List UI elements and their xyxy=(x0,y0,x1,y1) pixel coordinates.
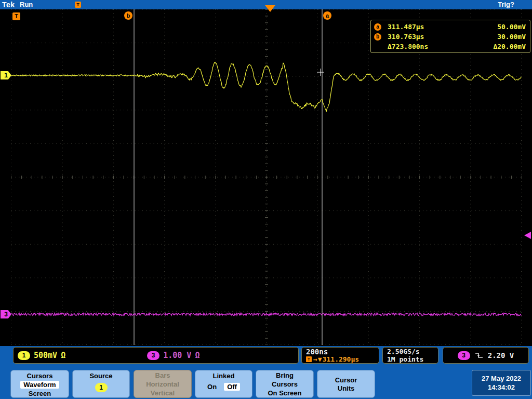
cursor-delta-volt: Δ20.00mV xyxy=(461,43,526,50)
menu-cursor-units-button[interactable]: Cursor Units xyxy=(317,370,375,398)
cursor-delta-time: Δ723.800ns xyxy=(388,43,461,50)
graticule-area: T 1 3 b a a 311.487µs 50.00mV b 310.763µ… xyxy=(0,9,532,346)
bring-line2: Cursors xyxy=(272,380,298,388)
trigger-status: Trig? xyxy=(498,0,514,9)
channel-3-position-marker[interactable]: 3 xyxy=(1,310,11,318)
cursor-readout-box: a 311.487µs 50.00mV b 310.763µs 30.00mV … xyxy=(370,20,530,53)
cursors-option-waveform[interactable]: Waveform xyxy=(20,381,59,389)
cursor-a-time: 311.487µs xyxy=(388,23,461,31)
linked-on-option[interactable]: On xyxy=(207,383,217,391)
linked-off-option[interactable]: Off xyxy=(224,383,240,391)
bars-line2: Horizontal xyxy=(146,380,179,388)
ch3-badge[interactable]: 3 xyxy=(147,351,159,360)
tek-logo: Tek xyxy=(2,0,15,9)
cursor-a-icon: a xyxy=(374,23,381,31)
units-line2: Units xyxy=(338,384,355,392)
cursor-a-volt: 50.00mV xyxy=(461,23,526,31)
cursor-b-readout: b 310.763µs 30.00mV xyxy=(374,32,526,42)
linked-title: Linked xyxy=(213,372,235,380)
oscilloscope-screen: Tek Run T Trig? T 1 3 b a a 311.487µs 50… xyxy=(0,0,532,399)
trigger-source-badge: 3 xyxy=(458,351,470,360)
sample-rate: 2.50GS/s xyxy=(387,348,434,355)
source-channel-badge: 1 xyxy=(95,383,108,392)
bars-line3: Vertical xyxy=(151,389,175,397)
datetime-display: 27 May 2022 14:34:02 xyxy=(472,370,531,396)
cursor-b-volt: 30.00mV xyxy=(461,33,526,41)
waveform-display xyxy=(11,9,522,345)
ch3-scale-group: 3 1.00 V Ω xyxy=(147,351,200,360)
menu-source-button[interactable]: Source 1 xyxy=(72,370,130,398)
trigger-level-value: 2.20 V xyxy=(488,351,514,360)
cursor-a-handle[interactable]: a xyxy=(323,11,331,20)
ch3-scale: 1.00 V xyxy=(163,351,191,360)
bars-line1: Bars xyxy=(155,371,170,379)
channel-scale-readout: 1 500mV Ω 3 1.00 V Ω xyxy=(13,347,299,364)
date-text: 27 May 2022 xyxy=(482,375,521,382)
status-strip: 1 500mV Ω 3 1.00 V Ω 200ns T → ▼ 311.290… xyxy=(0,346,532,370)
time-text: 14:34:02 xyxy=(488,383,515,391)
menu-cursors-mode-button[interactable]: Cursors Waveform Screen xyxy=(10,370,69,398)
timebase-scale: 200ns xyxy=(306,348,375,356)
top-bar: Tek Run T Trig? xyxy=(0,0,532,9)
cursor-b-icon: b xyxy=(374,33,381,41)
menu-linked-button[interactable]: Linked On Off xyxy=(195,370,252,398)
ch1-coupling: Ω xyxy=(61,351,65,360)
trigger-delay-value: 311.290µs xyxy=(323,356,359,363)
menu-bars-button-disabled: Bars Horizontal Vertical xyxy=(134,370,192,398)
menu-bring-cursors-button[interactable]: Bring Cursors On Screen xyxy=(256,370,314,398)
trigger-readout: 3 2.20 V xyxy=(443,347,529,364)
trigger-time-marker[interactable]: T xyxy=(12,12,20,20)
ch3-coupling: Ω xyxy=(195,351,200,360)
source-title: Source xyxy=(89,372,112,380)
cursor-b-handle[interactable]: b xyxy=(124,11,132,20)
timebase-readout: 200ns T → ▼ 311.290µs xyxy=(301,347,379,364)
trigger-icon: T xyxy=(75,2,81,8)
channel-1-position-marker[interactable]: 1 xyxy=(1,71,11,79)
trigger-delay-tri: ▼ xyxy=(318,356,322,363)
falling-edge-icon xyxy=(475,352,483,359)
cursor-b-time: 310.763µs xyxy=(388,33,461,41)
ch1-badge[interactable]: 1 xyxy=(18,351,30,360)
record-length: 1M points xyxy=(387,355,434,363)
bring-line1: Bring xyxy=(276,371,294,379)
cursors-option-screen[interactable]: Screen xyxy=(29,390,51,397)
cursor-delta-readout: Δ723.800ns Δ20.00mV xyxy=(374,42,526,51)
trigger-level-arrow[interactable] xyxy=(524,232,531,239)
bring-line3: On Screen xyxy=(268,389,301,397)
ch1-scale: 500mV xyxy=(34,351,57,360)
units-line1: Cursor xyxy=(335,376,357,384)
ch3-trace xyxy=(11,313,522,315)
trigger-delay-arrow: → xyxy=(313,356,317,363)
acquisition-status: Run xyxy=(20,0,33,9)
acquisition-readout: 2.50GS/s 1M points xyxy=(382,347,438,364)
trigger-delay: T → ▼ 311.290µs xyxy=(306,356,375,363)
trigger-delay-icon: T xyxy=(306,356,312,362)
cursor-a-readout: a 311.487µs 50.00mV xyxy=(374,22,526,32)
cursors-title: Cursors xyxy=(27,372,53,380)
